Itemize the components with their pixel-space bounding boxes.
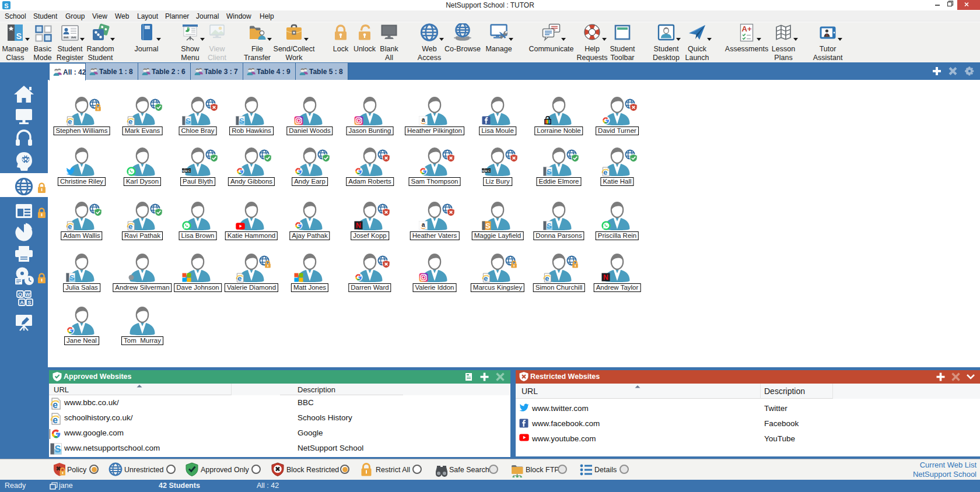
svg-text:S: S bbox=[16, 31, 22, 41]
svg-text:Q: Q bbox=[18, 291, 22, 297]
svg-text:S: S bbox=[27, 300, 31, 305]
svg-text:W: W bbox=[25, 291, 30, 297]
svg-text:A+: A+ bbox=[742, 24, 752, 33]
svg-text:A: A bbox=[20, 300, 24, 305]
